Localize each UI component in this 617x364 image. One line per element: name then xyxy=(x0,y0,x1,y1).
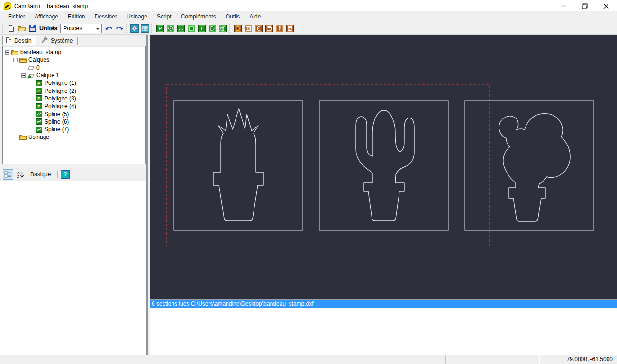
draw-surface-button[interactable] xyxy=(218,23,228,34)
units-combobox[interactable]: Pouces xyxy=(60,24,102,33)
sort-alphabetical-button[interactable]: AZ xyxy=(15,169,26,180)
folder-icon xyxy=(19,134,27,140)
tree-item-calque-1[interactable]: Calque 1 xyxy=(3,72,145,79)
tree-item-spline-6[interactable]: Spline (6) xyxy=(3,118,145,126)
tree-item-polyligne-4[interactable]: PPolyligne (4) xyxy=(3,102,145,110)
menu-script[interactable]: Script xyxy=(152,12,176,21)
cactus-spiky-outline[interactable] xyxy=(213,109,263,221)
svg-text:P: P xyxy=(37,81,40,86)
status-panel-middle xyxy=(446,355,539,364)
menu-aide[interactable]: Aide xyxy=(245,12,265,21)
menu-dessiner[interactable]: Dessiner xyxy=(90,12,122,21)
tree-item-polyligne-2[interactable]: PPolyligne (2) xyxy=(3,87,145,94)
tree-item-polyligne-3[interactable]: PPolyligne (3) xyxy=(3,95,145,102)
save-button[interactable] xyxy=(27,23,37,34)
tab-separator xyxy=(77,37,78,45)
drillbit-op-icon xyxy=(276,25,283,32)
menu-edition[interactable]: Edition xyxy=(63,12,90,21)
cactus-saguaro-outline[interactable] xyxy=(356,110,414,221)
toolbar-grip xyxy=(126,24,128,33)
mop-drill-button[interactable] xyxy=(233,23,243,34)
profile-op-icon xyxy=(265,25,273,32)
undo-icon xyxy=(105,25,113,32)
window-title: CamBam+bandeau_stamp xyxy=(14,3,88,9)
svg-text:T: T xyxy=(200,26,203,31)
chevron-down-icon[interactable] xyxy=(96,28,100,30)
polyline-obj-icon: P xyxy=(36,88,43,94)
redo-button[interactable] xyxy=(114,23,125,34)
menu-affichage[interactable]: Affichage xyxy=(30,12,63,21)
spline-obj-icon xyxy=(36,127,43,133)
tree-item-bandeau-stamp[interactable]: bandeau_stamp xyxy=(3,48,145,56)
tree-item-spline-7[interactable]: Spline (7) xyxy=(3,126,145,133)
minimize-button[interactable] xyxy=(553,0,574,11)
new-file-button[interactable] xyxy=(6,23,17,34)
panel-tabs: DessinSystème xyxy=(0,35,146,46)
arc-tool-icon xyxy=(209,25,216,32)
menu-complements[interactable]: Compléments xyxy=(176,12,221,21)
open-file-button[interactable] xyxy=(17,23,27,34)
tree-item-label: Polyligne (3) xyxy=(45,95,76,102)
menu-bar: FichierAffichageEditionDessinerUsinageSc… xyxy=(0,11,617,22)
restore-button[interactable] xyxy=(574,0,595,11)
help-button[interactable]: ? xyxy=(61,170,70,179)
menu-usinage[interactable]: Usinage xyxy=(122,12,152,21)
tree-item-spline-5[interactable]: Spline (5) xyxy=(3,110,145,118)
cactus-prickly-pear-outline[interactable] xyxy=(499,113,570,188)
tab-separator xyxy=(37,37,37,45)
draw-polyline-button[interactable]: P xyxy=(155,23,165,34)
tree-item-usinage[interactable]: Usinage xyxy=(3,133,145,141)
separator xyxy=(57,171,58,178)
draw-circle-button[interactable] xyxy=(165,23,176,34)
collapse-minus-icon[interactable] xyxy=(5,50,9,55)
main-toolbar: UnitésPoucesPTNC xyxy=(0,22,617,35)
tab-dessin[interactable]: Dessin xyxy=(2,36,36,46)
mop-3dprofile-button[interactable] xyxy=(274,23,285,34)
menu-fichier[interactable]: Fichier xyxy=(3,12,30,21)
tree-item-polyligne-1[interactable]: PPolyligne (1) xyxy=(3,79,145,87)
tree-item-calques[interactable]: Calques xyxy=(3,56,145,64)
categorized-view-button[interactable] xyxy=(3,169,13,180)
tab-systeme[interactable]: Système xyxy=(38,36,77,46)
drawing-canvas[interactable] xyxy=(150,35,617,299)
mop-profile-button[interactable] xyxy=(264,23,274,34)
app-window: CamBam+bandeau_stamp FichierAffichageEdi… xyxy=(0,0,617,364)
cactus-prickly-pear-pot[interactable] xyxy=(509,188,545,221)
grid-icon xyxy=(141,24,149,33)
mop-engrave-button[interactable] xyxy=(254,23,264,34)
layer-active-icon xyxy=(27,73,35,79)
svg-text:NC: NC xyxy=(288,27,292,30)
svg-text:P: P xyxy=(159,26,162,31)
tree-item-layer-0[interactable]: 0 xyxy=(3,64,145,72)
draw-text-button[interactable]: T xyxy=(197,23,207,34)
tree-item-label: bandeau_stamp xyxy=(20,49,61,55)
draw-arc-button[interactable] xyxy=(207,23,218,34)
tree-item-label: Polyligne (2) xyxy=(45,88,76,94)
toggle-grid-button[interactable] xyxy=(140,23,150,34)
stamp-frame-1[interactable] xyxy=(174,101,303,230)
title-bar: CamBam+bandeau_stamp xyxy=(0,0,617,11)
stamp-frame-2[interactable] xyxy=(319,101,448,230)
menu-outils[interactable]: Outils xyxy=(221,12,245,21)
toggle-axes-button[interactable] xyxy=(129,23,140,34)
drawing-tree: bandeau_stampCalques0Calque 1PPolyligne … xyxy=(2,46,146,164)
undo-button[interactable] xyxy=(104,23,114,34)
log-message: 6 sections lues C:\Users\amandine\Deskto… xyxy=(150,300,617,308)
close-button[interactable] xyxy=(595,0,617,11)
units-value: Pouces xyxy=(61,25,82,32)
selection-rect xyxy=(166,85,490,246)
layer-icon xyxy=(27,64,35,71)
document-name: bandeau_stamp xyxy=(47,3,88,9)
draw-points-button[interactable] xyxy=(176,23,186,34)
status-log-line[interactable]: 6 sections lues C:\Users\amandine\Deskto… xyxy=(150,299,617,308)
collapse-minus-icon[interactable] xyxy=(21,73,26,78)
polyline-obj-icon: P xyxy=(36,103,43,109)
folder-icon xyxy=(19,57,27,63)
mop-gcode-button[interactable]: NC xyxy=(285,23,295,34)
draw-rectangle-button[interactable] xyxy=(186,23,197,34)
svg-text:P: P xyxy=(37,96,40,101)
toolbar-grip xyxy=(229,24,231,33)
collapse-minus-icon[interactable] xyxy=(13,58,18,62)
mop-pocket-button[interactable] xyxy=(243,23,254,34)
redo-icon xyxy=(115,25,124,32)
